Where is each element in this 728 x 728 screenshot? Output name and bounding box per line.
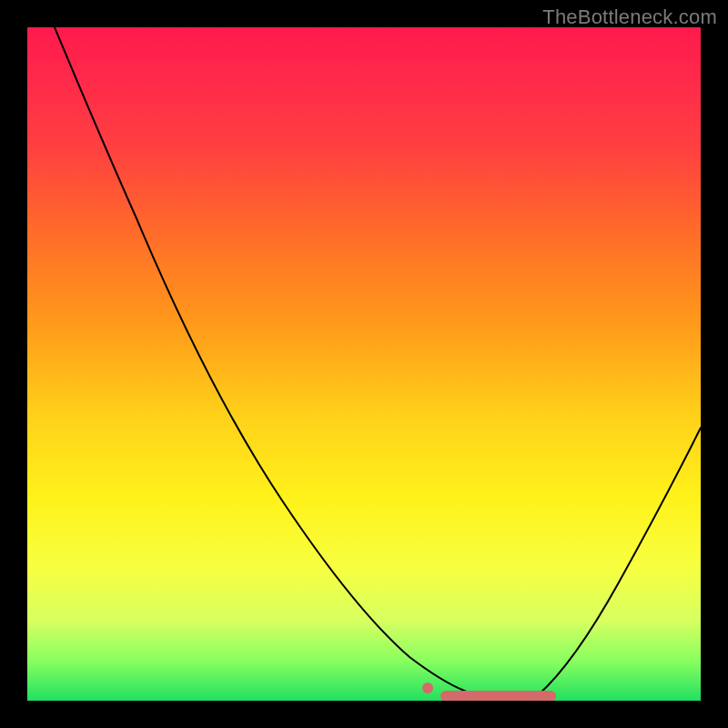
curve-path <box>55 27 701 696</box>
watermark-text: TheBottleneck.com <box>542 5 717 29</box>
chart-container: TheBottleneck.com <box>0 0 728 728</box>
bottleneck-curve <box>27 27 701 701</box>
plot-area <box>27 27 701 701</box>
marker-dot <box>422 682 433 693</box>
